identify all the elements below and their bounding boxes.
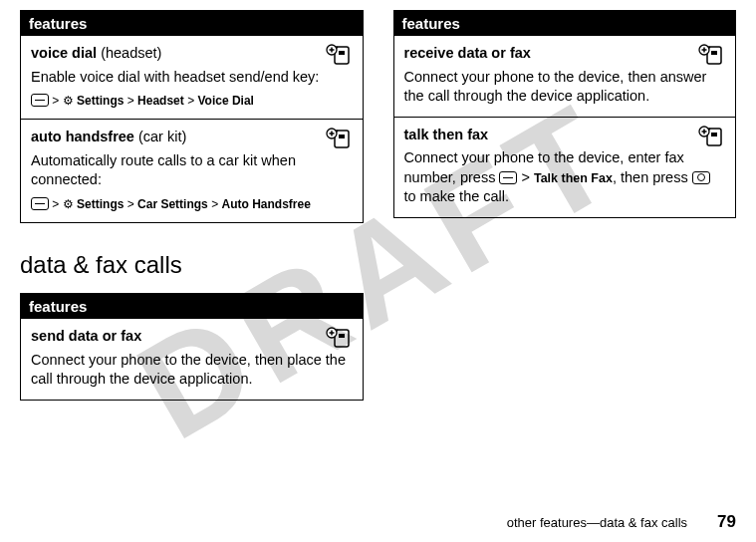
features-table-3: features receive data or fax Connect you…: [393, 10, 737, 218]
row-title: voice dial (headset): [31, 44, 353, 64]
sim-plus-icon: [325, 327, 353, 349]
row-desc: Connect your phone to the device, then a…: [404, 68, 726, 107]
feature-row-receive-data-fax: receive data or fax Connect your phone t…: [394, 36, 736, 117]
row-title: send data or fax: [31, 327, 353, 347]
table-header: features: [21, 294, 363, 319]
settings-icon: ⚙: [63, 94, 74, 108]
svg-rect-6: [339, 135, 345, 138]
svg-rect-21: [711, 133, 717, 136]
gt: >: [211, 197, 218, 211]
right-column: features receive data or fax Connect you…: [393, 10, 737, 418]
page-footer: other features—data & fax calls 79: [507, 512, 736, 532]
path2: Headset: [137, 94, 184, 108]
row-path: > ⚙ Settings > Car Settings > Auto Hands…: [31, 196, 353, 212]
feature-row-talk-then-fax: talk then fax Connect your phone to the …: [394, 117, 736, 217]
sim-plus-icon: [697, 44, 725, 66]
footer-text: other features—data & fax calls: [507, 515, 687, 530]
send-key-icon: [692, 171, 710, 184]
path1: Settings: [77, 94, 124, 108]
row-desc: Enable voice dial with headset send/end …: [31, 68, 353, 88]
feature-row-send-data-fax: send data or fax Connect your phone to t…: [21, 319, 363, 400]
path2: Car Settings: [137, 197, 208, 211]
row-title: auto handsfree (car kit): [31, 128, 353, 147]
title-text: voice dial: [31, 45, 97, 61]
path3: Auto Handsfree: [221, 197, 310, 211]
feature-row-auto-handsfree: auto handsfree (car kit) Automatically r…: [21, 119, 363, 222]
path3: Voice Dial: [197, 94, 253, 108]
desc-b: , then press: [613, 169, 692, 185]
left-column: features voice dial (headset) Enable voi…: [20, 10, 364, 418]
path1: Settings: [77, 197, 124, 211]
menu-key-icon: [499, 171, 517, 184]
row-desc: Automatically route calls to a car kit w…: [31, 151, 353, 190]
features-table-2: features send data or fax Connect your p…: [20, 293, 364, 401]
gt: >: [187, 94, 194, 108]
menu-key-icon: [31, 197, 49, 210]
gt: >: [127, 197, 134, 211]
table-header: features: [21, 11, 363, 36]
title-paren: (headset): [101, 45, 161, 61]
desc-c: to make the call.: [404, 188, 510, 204]
sim-plus-icon: [325, 128, 353, 149]
section-title-data-fax: data & fax calls: [20, 251, 364, 279]
title-text: auto handsfree: [31, 129, 134, 144]
sim-plus-icon: [325, 44, 353, 66]
title-paren: (car kit): [138, 129, 186, 144]
gt: >: [52, 94, 59, 108]
row-desc: Connect your phone to the device, then p…: [31, 351, 353, 390]
gt: >: [521, 169, 529, 185]
settings-icon: ⚙: [63, 197, 74, 211]
row-title: receive data or fax: [404, 44, 726, 64]
svg-rect-11: [339, 334, 345, 338]
page-number: 79: [717, 512, 736, 532]
svg-rect-1: [339, 51, 345, 55]
gt: >: [127, 94, 134, 108]
row-desc: Connect your phone to the device, enter …: [404, 148, 726, 207]
path1: Talk then Fax: [534, 171, 613, 185]
features-table-1: features voice dial (headset) Enable voi…: [20, 10, 364, 223]
feature-row-voice-dial: voice dial (headset) Enable voice dial w…: [21, 36, 363, 119]
row-title: talk then fax: [404, 126, 726, 145]
row-path: > ⚙ Settings > Headset > Voice Dial: [31, 93, 353, 109]
svg-rect-16: [711, 51, 717, 55]
gt: >: [52, 197, 59, 211]
menu-key-icon: [31, 94, 49, 107]
page-content: features voice dial (headset) Enable voi…: [0, 0, 756, 418]
table-header: features: [394, 11, 736, 36]
sim-plus-icon: [697, 126, 725, 147]
